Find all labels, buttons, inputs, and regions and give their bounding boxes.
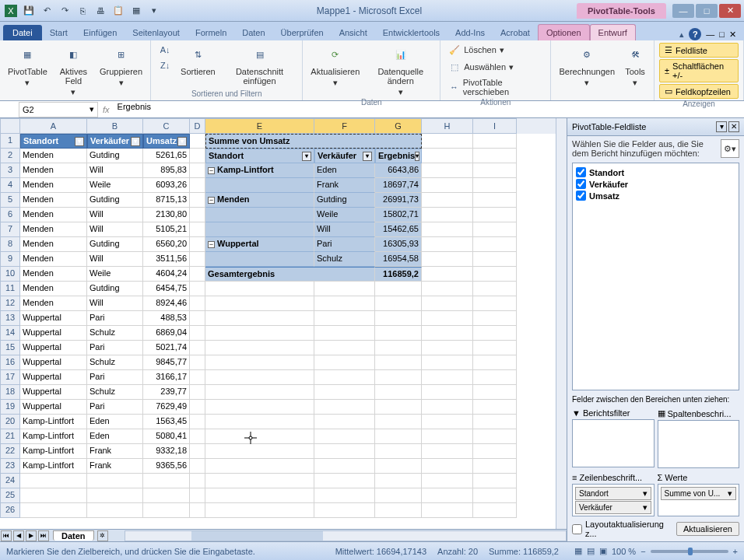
- sort-button[interactable]: ⇅Sortieren: [177, 42, 219, 78]
- cell[interactable]: Pari: [87, 400, 143, 415]
- cell[interactable]: [422, 311, 473, 326]
- cell[interactable]: [422, 222, 473, 237]
- cell[interactable]: Pari: [87, 341, 143, 355]
- cell[interactable]: [473, 311, 517, 326]
- cell[interactable]: Menden: [20, 252, 87, 267]
- pivot-row-label[interactable]: [205, 178, 314, 193]
- cell[interactable]: Menden: [20, 193, 87, 208]
- cell[interactable]: Pari: [87, 370, 143, 385]
- cell[interactable]: Wuppertal: [20, 311, 87, 326]
- pivot-value[interactable]: 18697,74: [375, 178, 422, 193]
- file-tab[interactable]: Datei: [3, 25, 42, 40]
- cell[interactable]: [473, 267, 517, 282]
- cell[interactable]: [314, 400, 375, 415]
- cell[interactable]: [422, 474, 473, 488]
- datasource-button[interactable]: 📊Datenquelle ändern▾: [366, 42, 435, 98]
- cell[interactable]: [375, 311, 422, 326]
- cell[interactable]: [473, 400, 517, 415]
- cell[interactable]: [190, 149, 205, 163]
- view-layout-icon[interactable]: ▤: [587, 546, 595, 556]
- cell[interactable]: [375, 459, 422, 474]
- cell[interactable]: [473, 503, 517, 518]
- cell[interactable]: [314, 488, 375, 503]
- field-item[interactable]: Standort: [576, 166, 735, 178]
- cell[interactable]: Menden: [20, 178, 87, 193]
- cell[interactable]: Will: [87, 252, 143, 267]
- cell[interactable]: [314, 444, 375, 459]
- cell[interactable]: [205, 400, 314, 415]
- tab-data[interactable]: Daten: [234, 25, 272, 40]
- pivot-row-label[interactable]: Schulz: [314, 252, 375, 267]
- row-header-16[interactable]: 16: [0, 355, 20, 370]
- cell[interactable]: Eden: [87, 429, 143, 444]
- cell[interactable]: [314, 385, 375, 400]
- filter-dropdown-icon[interactable]: ▾: [302, 152, 311, 161]
- fieldlist-toggle[interactable]: ☰Feldliste: [659, 43, 739, 58]
- row-header-5[interactable]: 5: [0, 193, 20, 208]
- tab-view[interactable]: Ansicht: [332, 25, 375, 40]
- pivottable-button[interactable]: ▦PivotTable▾: [5, 42, 51, 89]
- qat-dropdown-icon[interactable]: ▾: [146, 3, 162, 19]
- cell[interactable]: [205, 459, 314, 474]
- cell[interactable]: [375, 415, 422, 429]
- cell[interactable]: [422, 341, 473, 355]
- cell[interactable]: Kamp-Lintfort: [20, 429, 87, 444]
- cell[interactable]: [375, 429, 422, 444]
- cell[interactable]: [375, 488, 422, 503]
- view-break-icon[interactable]: ▣: [599, 546, 607, 556]
- cell[interactable]: [473, 149, 517, 163]
- qat-icon[interactable]: 📋: [111, 3, 126, 19]
- cell[interactable]: [473, 237, 517, 252]
- cell[interactable]: Pari: [87, 311, 143, 326]
- cell[interactable]: Menden: [20, 149, 87, 163]
- cell[interactable]: [422, 326, 473, 341]
- excel-icon[interactable]: X: [3, 3, 19, 19]
- cell[interactable]: Wuppertal: [20, 400, 87, 415]
- view-normal-icon[interactable]: ▦: [574, 546, 582, 556]
- tab-formulas[interactable]: Formeln: [188, 25, 234, 40]
- cell[interactable]: Wuppertal: [20, 341, 87, 355]
- col-header-E[interactable]: E: [205, 118, 314, 134]
- headers-toggle[interactable]: ▭Feldkopfzeilen: [659, 84, 739, 99]
- cell[interactable]: [473, 208, 517, 222]
- close-button[interactable]: ✕: [719, 4, 741, 18]
- cell[interactable]: [190, 267, 205, 282]
- row-header-20[interactable]: 20: [0, 415, 20, 429]
- field-checkbox[interactable]: [576, 179, 586, 189]
- collapse-icon[interactable]: −: [208, 241, 215, 248]
- tab-options[interactable]: Optionen: [538, 24, 590, 40]
- cell[interactable]: 8715,13: [143, 193, 190, 208]
- select-all-corner[interactable]: [0, 118, 20, 134]
- cell[interactable]: 9845,77: [143, 355, 190, 370]
- filter-dropdown-icon[interactable]: ▾: [415, 152, 419, 161]
- cell[interactable]: [143, 474, 190, 488]
- cell[interactable]: [422, 163, 473, 178]
- cell[interactable]: [375, 444, 422, 459]
- tab-review[interactable]: Überprüfen: [273, 25, 332, 40]
- field-item[interactable]: Umsatz: [576, 190, 735, 201]
- filter-zone[interactable]: [572, 419, 655, 467]
- cell[interactable]: [473, 474, 517, 488]
- worksheet[interactable]: ABCDEFGHI 123456789101112131415161718192…: [0, 118, 567, 541]
- minimize-button[interactable]: —: [672, 4, 694, 18]
- cell[interactable]: [205, 370, 314, 385]
- cell[interactable]: [422, 370, 473, 385]
- pivot-row-label[interactable]: Will: [314, 222, 375, 237]
- cell[interactable]: [205, 488, 314, 503]
- cell[interactable]: [473, 370, 517, 385]
- tab-acrobat[interactable]: Acrobat: [493, 25, 538, 40]
- pivot-value[interactable]: 26991,73: [375, 193, 422, 208]
- tools-button[interactable]: 🛠Tools▾: [621, 42, 649, 89]
- zoom-slider[interactable]: [651, 550, 728, 553]
- cell[interactable]: Wuppertal: [20, 370, 87, 385]
- cell[interactable]: [473, 282, 517, 296]
- cell[interactable]: [190, 444, 205, 459]
- cell[interactable]: Will: [87, 208, 143, 222]
- qat-icon[interactable]: 🖶: [93, 3, 108, 19]
- row-header-12[interactable]: 12: [0, 296, 20, 311]
- pivot-row-label[interactable]: [205, 208, 314, 222]
- cell[interactable]: Weile: [87, 267, 143, 282]
- group-button[interactable]: ⊞Gruppieren▾: [97, 42, 146, 89]
- cell[interactable]: [375, 296, 422, 311]
- cell[interactable]: [205, 326, 314, 341]
